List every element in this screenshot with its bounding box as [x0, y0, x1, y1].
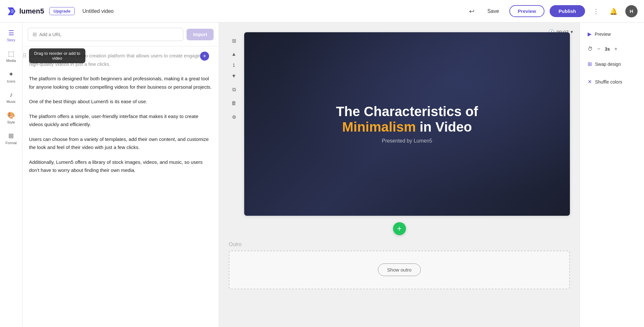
add-scene-top-button[interactable]: ⊞: [229, 35, 239, 46]
preview-panel-icon: ▶: [588, 31, 591, 37]
preview-panel-label: Preview: [595, 32, 611, 37]
duplicate-scene-button[interactable]: ⧉: [229, 84, 239, 95]
sidebar-item-style[interactable]: 🎨 Style: [2, 108, 21, 127]
video-title: Untitled video: [82, 8, 114, 14]
sidebar-icons-label: Icons: [7, 79, 15, 83]
avatar[interactable]: H: [625, 5, 638, 17]
icons-icon: ✦: [8, 70, 14, 78]
move-up-button[interactable]: ▲: [229, 49, 239, 59]
preview-button[interactable]: Preview: [509, 5, 544, 17]
publish-button[interactable]: Publish: [550, 5, 585, 17]
scene-area: ⊞ ▲ 1 ▼ ⧉ 🗑 ⊕ The Characteristics of Min…: [229, 32, 570, 216]
delete-scene-button[interactable]: 🗑: [229, 98, 239, 108]
story-paragraph-4[interactable]: Users can choose from a variety of templ…: [29, 135, 212, 152]
story-paragraph-5[interactable]: Additionally, Lumen5 offers a library of…: [29, 158, 212, 174]
upgrade-button[interactable]: Upgrade: [49, 7, 75, 15]
media-icon: ⬚: [8, 50, 14, 57]
add-scene-bottom-button[interactable]: ⊕: [229, 112, 239, 122]
shuffle-colors-icon: ✕: [588, 79, 592, 85]
sidebar-style-label: Style: [7, 120, 15, 124]
style-icon: 🎨: [7, 111, 15, 119]
swap-design-label: Swap design: [595, 62, 621, 67]
drag-handle[interactable]: ⠿: [23, 52, 27, 59]
shuffle-colors-label: Shuffle colors: [595, 79, 622, 84]
sidebar-music-label: Music: [6, 100, 16, 104]
duration-value: 3s: [605, 46, 610, 52]
add-scene-center: +: [229, 222, 570, 235]
swap-design-button[interactable]: ⊞ Swap design: [584, 58, 640, 70]
sidebar-item-media[interactable]: ⬚ Media: [2, 46, 21, 66]
sidebar-item-story[interactable]: ☰ Story: [2, 26, 21, 45]
scene-controls: ⊞ ▲ 1 ▼ ⧉ 🗑 ⊕: [229, 32, 239, 122]
outro-section: Outro Show outro: [229, 242, 570, 289]
left-sidebar: ☰ Story ⬚ Media ✦ Icons ♪ Music 🎨 Style …: [0, 23, 23, 327]
right-panel: ▶ Preview ⏱ − 3s + ⊞ Swap design ✕ Shuff…: [580, 23, 644, 327]
swap-design-icon: ⊞: [588, 61, 592, 67]
story-content: ⠿ Drag to reorder or add to video Lumen5…: [23, 46, 219, 327]
url-input-container[interactable]: ⊞: [28, 28, 183, 41]
outro-card: Show outro: [229, 251, 570, 289]
sidebar-story-label: Story: [7, 38, 15, 42]
sidebar-item-icons[interactable]: ✦ Icons: [2, 67, 21, 86]
story-paragraph-3[interactable]: The platform offers a simple, user-frien…: [29, 112, 212, 129]
duration-plus-button[interactable]: +: [612, 45, 619, 53]
shuffle-colors-button[interactable]: ✕ Shuffle colors: [584, 75, 640, 88]
url-input-icon: ⊞: [33, 31, 37, 37]
logo: lumen5: [6, 6, 44, 16]
slide-title-line2: in Video: [419, 119, 472, 134]
slide-card[interactable]: The Characteristics of Minimalism in Vid…: [244, 32, 570, 216]
story-icon: ☰: [8, 29, 14, 37]
notifications-button[interactable]: 🔔: [607, 5, 620, 18]
main-layout: ☰ Story ⬚ Media ✦ Icons ♪ Music 🎨 Style …: [0, 23, 644, 327]
slide-subtitle: Presented by Lumen5: [382, 138, 432, 144]
duration-minus-button[interactable]: −: [595, 45, 602, 53]
move-down-button[interactable]: ▼: [229, 71, 239, 81]
sidebar-format-label: Format: [5, 141, 17, 145]
url-input-field[interactable]: [39, 32, 178, 37]
scene-number: 1: [233, 63, 235, 68]
music-icon: ♪: [10, 91, 13, 98]
story-paragraph-2[interactable]: One of the best things about Lumen5 is i…: [29, 97, 212, 106]
save-button[interactable]: Save: [482, 6, 504, 17]
sidebar-item-format[interactable]: ⊞ Format: [2, 129, 21, 148]
undo-button[interactable]: ↩: [466, 5, 477, 18]
timer-dropdown-icon[interactable]: ▾: [571, 29, 573, 35]
add-scene-center-button[interactable]: +: [393, 222, 406, 235]
logo-icon: [6, 6, 17, 16]
duration-control: ⏱ − 3s +: [584, 45, 640, 53]
sidebar-item-music[interactable]: ♪ Music: [2, 88, 21, 107]
slide-title-highlight: Minimalism: [342, 119, 416, 134]
story-paragraph-1[interactable]: The platform is designed for both beginn…: [29, 74, 212, 91]
sidebar-media-label: Media: [6, 59, 16, 63]
slide-title-line1: The Characteristics of: [336, 104, 478, 119]
more-options-button[interactable]: ⋮: [590, 5, 602, 18]
preview-panel-button[interactable]: ▶ Preview: [584, 28, 640, 40]
logo-text: lumen5: [19, 7, 44, 15]
add-scene-bubble-0[interactable]: +: [200, 52, 209, 61]
story-paragraph-0[interactable]: Lumen5 is a powerful video creation plat…: [29, 52, 212, 68]
duration-icon: ⏱: [588, 46, 593, 52]
import-button[interactable]: Import: [187, 29, 214, 40]
show-outro-button[interactable]: Show outro: [378, 263, 421, 276]
url-bar: ⊞ Import: [23, 23, 219, 46]
content-area: 🕐 00:07 ▾ ⊞ ▲ 1 ▼ ⧉ 🗑 ⊕ The Characterist…: [219, 23, 580, 327]
format-icon: ⊞: [8, 132, 14, 140]
story-panel: ⊞ Import ⠿ Drag to reorder or add to vid…: [23, 23, 219, 327]
slide-canvas: The Characteristics of Minimalism in Vid…: [244, 32, 570, 216]
outro-label: Outro: [229, 242, 570, 247]
navbar: lumen5 Upgrade Untitled video ↩ Save Pre…: [0, 0, 644, 23]
